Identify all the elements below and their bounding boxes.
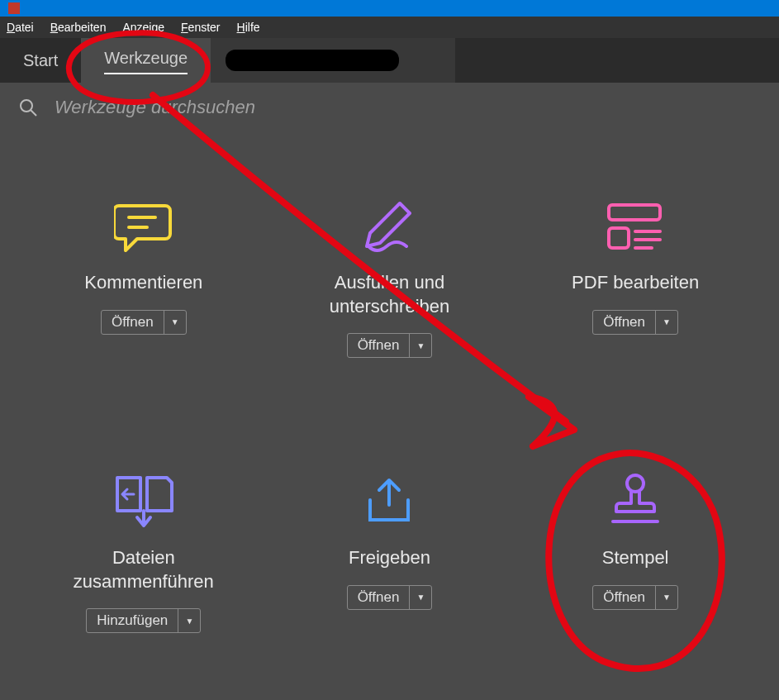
menu-help[interactable]: Hilfe: [237, 21, 260, 34]
share-icon: [360, 474, 418, 531]
menu-bar: Datei Bearbeiten Anzeige Fenster Hilfe: [0, 17, 779, 38]
svg-line-1: [31, 110, 36, 116]
tool-comment[interactable]: Kommentieren Öffnen ▼: [25, 198, 263, 358]
app-icon: [8, 2, 20, 14]
search-icon: [18, 98, 38, 117]
chevron-down-icon[interactable]: ▼: [410, 334, 431, 357]
chevron-down-icon[interactable]: ▼: [178, 609, 200, 632]
menu-view[interactable]: Anzeige: [122, 21, 164, 34]
stamp-icon: [606, 474, 664, 531]
svg-point-9: [627, 475, 644, 492]
tab-start-label: Start: [23, 51, 58, 70]
tool-fillsign[interactable]: Ausfüllen und unterschreiben Öffnen ▼: [271, 198, 509, 358]
redacted-tab-title: [226, 50, 399, 71]
pen-icon: [360, 198, 418, 256]
svg-rect-4: [609, 205, 660, 220]
tool-share[interactable]: Freigeben Öffnen ▼: [271, 474, 509, 633]
tool-combine[interactable]: Dateien zusammenführen Hinzufügen ▼: [25, 474, 263, 633]
menu-file[interactable]: Datei: [7, 21, 34, 34]
tool-combine-label: Dateien zusammenführen: [74, 546, 214, 593]
tab-start[interactable]: Start: [0, 38, 81, 83]
chevron-down-icon[interactable]: ▼: [656, 311, 677, 334]
menu-edit[interactable]: Bearbeiten: [50, 21, 107, 34]
tool-stamp-button-label: Öffnen: [593, 586, 656, 609]
tabs-bar: Start Werkzeuge: [0, 38, 779, 83]
tool-stamp[interactable]: Stempel Öffnen ▼: [516, 474, 754, 633]
tool-fillsign-button[interactable]: Öffnen ▼: [347, 333, 433, 358]
chevron-down-icon[interactable]: ▼: [164, 311, 186, 334]
search-input[interactable]: [53, 96, 387, 119]
window-title: [26, 2, 30, 15]
tab-tools-label: Werkzeuge: [104, 49, 188, 74]
svg-rect-5: [609, 228, 629, 248]
tool-fillsign-label: Ausfüllen und unterschreiben: [330, 271, 450, 318]
tool-comment-label: Kommentieren: [84, 271, 202, 295]
tool-stamp-label: Stempel: [602, 546, 669, 570]
chevron-down-icon[interactable]: ▼: [410, 586, 431, 609]
edit-pdf-icon: [606, 198, 665, 256]
combine-icon: [111, 474, 177, 531]
tool-combine-button[interactable]: Hinzufügen ▼: [86, 608, 201, 633]
title-bar: [0, 0, 779, 17]
chevron-down-icon[interactable]: ▼: [656, 586, 677, 609]
tool-editpdf-button-label: Öffnen: [593, 311, 656, 334]
tool-editpdf[interactable]: PDF bearbeiten Öffnen ▼: [516, 198, 754, 358]
tool-combine-button-label: Hinzufügen: [87, 609, 178, 632]
svg-point-0: [21, 100, 32, 112]
tool-share-button[interactable]: Öffnen ▼: [347, 585, 433, 610]
comment-icon: [114, 198, 173, 256]
tool-share-button-label: Öffnen: [348, 586, 411, 609]
menu-window[interactable]: Fenster: [181, 21, 220, 34]
tab-document[interactable]: [211, 38, 455, 83]
tools-grid: Kommentieren Öffnen ▼ Ausfüllen und unte…: [0, 132, 779, 633]
tab-tools[interactable]: Werkzeuge: [81, 38, 211, 83]
tool-share-label: Freigeben: [349, 546, 430, 570]
tool-editpdf-button[interactable]: Öffnen ▼: [592, 310, 678, 335]
tool-comment-button-label: Öffnen: [102, 311, 164, 334]
search-bar: [0, 83, 779, 132]
tool-comment-button[interactable]: Öffnen ▼: [101, 310, 187, 335]
tool-stamp-button[interactable]: Öffnen ▼: [592, 585, 678, 610]
tool-fillsign-button-label: Öffnen: [348, 334, 411, 357]
tool-editpdf-label: PDF bearbeiten: [572, 271, 699, 295]
